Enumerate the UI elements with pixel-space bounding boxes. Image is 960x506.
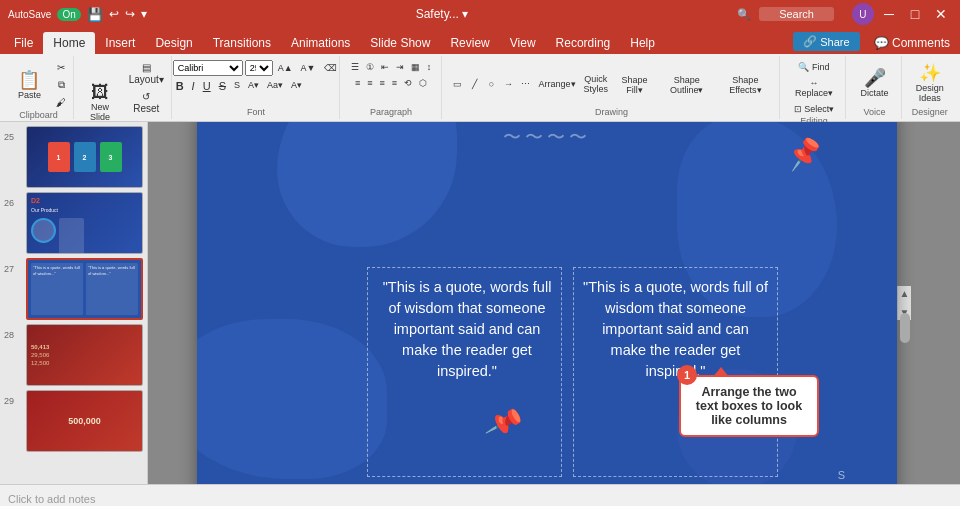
user-avatar[interactable]: U — [852, 3, 874, 25]
callout-tooltip: 1 Arrange the two text boxes to look lik… — [679, 375, 819, 437]
bg-blob-1 — [277, 122, 457, 247]
underline-button[interactable]: U — [200, 78, 214, 94]
minimize-button[interactable]: ─ — [878, 3, 900, 25]
arrange-button[interactable]: Arrange▾ — [536, 77, 579, 91]
undo-icon[interactable]: ↩ — [109, 7, 119, 21]
quote-box-left[interactable]: "This is a quote, words full of wisdom t… — [377, 277, 557, 382]
comments-button[interactable]: 💬 Comments — [864, 32, 960, 54]
bullets-button[interactable]: ☰ — [348, 60, 362, 74]
tab-insert[interactable]: Insert — [95, 32, 145, 54]
center-button[interactable]: ≡ — [364, 76, 375, 90]
justify-button[interactable]: ≡ — [389, 76, 400, 90]
new-slide-icon: 🖼 — [91, 83, 109, 101]
text-color-button[interactable]: A▾ — [288, 78, 305, 94]
design-ideas-button[interactable]: ✨ Design Ideas — [908, 62, 952, 105]
tab-view[interactable]: View — [500, 32, 546, 54]
format-painter-icon: 🖌 — [56, 97, 66, 108]
pin-right: 📌 — [784, 134, 824, 173]
slide-num-28: 28 — [4, 324, 22, 340]
scroll-up-arrow[interactable]: ▲ — [898, 286, 912, 301]
increase-indent-button[interactable]: ⇥ — [393, 60, 407, 74]
tab-transitions[interactable]: Transitions — [203, 32, 281, 54]
quick-styles-button[interactable]: QuickStyles — [581, 72, 612, 96]
save-icon[interactable]: 💾 — [87, 7, 103, 22]
editing-group: 🔍 Find ↔ Replace▾ ⊡ Select▾ Editing — [782, 56, 846, 119]
pin-left: 📌 — [483, 402, 525, 443]
tab-design[interactable]: Design — [145, 32, 202, 54]
title-bar: AutoSave On 💾 ↩ ↪ ▾ Safety... ▾ 🔍 Search… — [0, 0, 960, 28]
clear-format-button[interactable]: ⌫ — [321, 61, 340, 75]
select-button[interactable]: ⊡ Select▾ — [791, 102, 838, 116]
line-spacing-button[interactable]: ↕ — [424, 60, 435, 74]
slide-thumb-28[interactable]: 50,413 29,506 12,500 — [26, 324, 143, 386]
cut-button[interactable]: ✂ — [53, 60, 69, 75]
tab-home[interactable]: Home — [43, 32, 95, 54]
copy-button[interactable]: ⧉ — [53, 77, 69, 93]
slide-canvas[interactable]: 〜〜〜〜 "This is a quote, words full of wis… — [197, 122, 897, 484]
bold-button[interactable]: B — [173, 78, 187, 94]
find-button[interactable]: 🔍 Find — [795, 60, 832, 74]
numbering-button[interactable]: ① — [363, 60, 377, 74]
redo-icon[interactable]: ↪ — [125, 7, 135, 21]
tab-review[interactable]: Review — [440, 32, 499, 54]
paste-button[interactable]: 📋 Paste — [7, 69, 51, 102]
maximize-button[interactable]: □ — [904, 3, 926, 25]
ribbon-tabs: File Home Insert Design Transitions Anim… — [0, 28, 960, 54]
slide-item-27[interactable]: 27 "This is a quote, words full of wisdo… — [4, 258, 143, 320]
slide-item-25[interactable]: 25 1 2 3 — [4, 126, 143, 188]
tab-file[interactable]: File — [4, 32, 43, 54]
share-button[interactable]: 🔗 Share — [793, 32, 859, 51]
shape-fill-button[interactable]: Shape Fill▾ — [613, 73, 656, 97]
slide-item-29[interactable]: 29 500,000 — [4, 390, 143, 452]
slide-item-28[interactable]: 28 50,413 29,506 12,500 — [4, 324, 143, 386]
shape-rect[interactable]: ▭ — [450, 77, 466, 91]
italic-button[interactable]: I — [189, 78, 198, 94]
more-tools-icon[interactable]: ▾ — [141, 7, 147, 21]
callout-number: 1 — [677, 365, 697, 385]
shape-effects-button[interactable]: Shape Effects▾ — [717, 73, 773, 97]
quote-box-right[interactable]: "This is a quote, words full of wisdom t… — [583, 277, 768, 382]
decrease-indent-button[interactable]: ⇤ — [378, 60, 392, 74]
dictate-button[interactable]: 🎤 Dictate — [853, 67, 897, 100]
highlight-button[interactable]: Aa▾ — [264, 78, 286, 94]
font-shrink-button[interactable]: A▼ — [298, 61, 319, 75]
strikethrough-button[interactable]: S — [216, 78, 229, 94]
copy-icon: ⧉ — [58, 79, 65, 91]
shape-outline-button[interactable]: Shape Outline▾ — [658, 73, 715, 97]
shape-more[interactable]: ⋯ — [518, 77, 534, 91]
smart-art-button[interactable]: ⬡ — [416, 76, 430, 90]
notes-bar[interactable]: Click to add notes — [0, 484, 960, 506]
shape-oval[interactable]: ○ — [484, 77, 500, 91]
reset-button[interactable]: ↺ Reset — [124, 89, 168, 116]
slide-thumb-26[interactable]: D2 Our Product — [26, 192, 143, 254]
slide-thumb-25[interactable]: 1 2 3 — [26, 126, 143, 188]
tab-recording[interactable]: Recording — [546, 32, 621, 54]
replace-button[interactable]: ↔ Replace▾ — [788, 76, 839, 100]
tab-slideshow[interactable]: Slide Show — [360, 32, 440, 54]
notes-placeholder[interactable]: Click to add notes — [8, 493, 952, 505]
paragraph-label: Paragraph — [370, 107, 412, 119]
font-family-select[interactable]: Calibri — [173, 60, 243, 76]
slide-thumb-29[interactable]: 500,000 — [26, 390, 143, 452]
voice-label: Voice — [864, 107, 886, 119]
scroll-thumb[interactable] — [900, 313, 910, 343]
autosave-toggle[interactable]: On — [57, 8, 80, 21]
slide-item-26[interactable]: 26 D2 Our Product — [4, 192, 143, 254]
align-right-button[interactable]: ≡ — [377, 76, 388, 90]
layout-button[interactable]: ▤ Layout▾ — [124, 60, 168, 87]
font-size-select[interactable]: 25 — [245, 60, 273, 76]
new-slide-button[interactable]: 🖼 New Slide — [78, 81, 122, 124]
shape-arrow[interactable]: → — [501, 77, 517, 91]
tab-help[interactable]: Help — [620, 32, 665, 54]
shadow-button[interactable]: S — [231, 78, 243, 94]
shape-line[interactable]: ╱ — [467, 77, 483, 91]
tab-animations[interactable]: Animations — [281, 32, 360, 54]
text-direction-button[interactable]: ⟲ — [401, 76, 415, 90]
close-button[interactable]: ✕ — [930, 3, 952, 25]
columns-button[interactable]: ▦ — [408, 60, 423, 74]
format-painter-button[interactable]: 🖌 — [53, 95, 69, 110]
align-left-button[interactable]: ≡ — [352, 76, 363, 90]
font-color-button[interactable]: A▾ — [245, 78, 262, 94]
slide-thumb-27[interactable]: "This is a quote, words full of wisdom..… — [26, 258, 143, 320]
font-grow-button[interactable]: A▲ — [275, 61, 296, 75]
